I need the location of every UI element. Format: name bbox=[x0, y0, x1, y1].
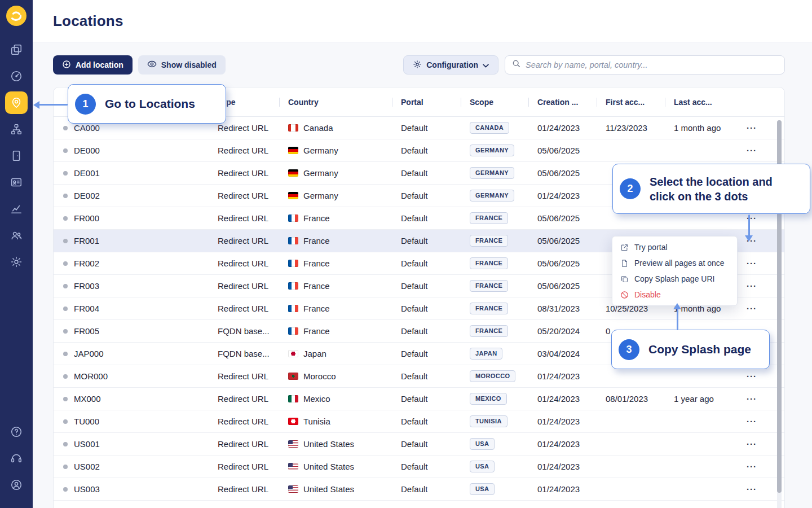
portal-name: Default bbox=[392, 281, 461, 291]
sidebar-item-users[interactable] bbox=[5, 224, 28, 247]
menu-item-label: Try portal bbox=[634, 243, 668, 252]
menu-item-label: Copy Splash page URI bbox=[634, 274, 714, 283]
scope-badge: GERMANY bbox=[470, 190, 514, 201]
country-flag-icon bbox=[288, 305, 298, 312]
row-actions-button[interactable]: ··· bbox=[745, 144, 758, 157]
status-dot-icon bbox=[63, 352, 68, 356]
sidebar-item-locations[interactable] bbox=[5, 91, 28, 114]
search-box[interactable] bbox=[505, 55, 785, 75]
portal-name: Default bbox=[392, 259, 461, 268]
location-type: Redirect URL bbox=[209, 462, 279, 471]
configuration-button[interactable]: Configuration bbox=[403, 55, 498, 75]
column-header-first-access[interactable]: First acc... bbox=[597, 98, 665, 107]
portal-name: Default bbox=[392, 213, 461, 223]
sidebar-item-support[interactable] bbox=[5, 447, 28, 470]
sidebar-item-account[interactable] bbox=[5, 474, 28, 496]
portal-name: Default bbox=[392, 236, 461, 246]
status-dot-icon bbox=[63, 148, 68, 153]
scope-badge: FRANCE bbox=[470, 257, 508, 269]
row-actions-button[interactable]: ··· bbox=[745, 279, 758, 292]
country-name: Mexico bbox=[303, 394, 330, 404]
app-logo-icon[interactable] bbox=[6, 6, 27, 26]
column-header-scope[interactable]: Scope bbox=[461, 98, 528, 107]
creation-date: 05/06/2025 bbox=[528, 259, 597, 268]
location-type: Redirect URL bbox=[209, 191, 279, 200]
arrow-to-row-actions-head bbox=[745, 235, 753, 242]
row-actions-button[interactable]: ··· bbox=[745, 392, 758, 405]
page-icon bbox=[620, 259, 629, 268]
location-type: Redirect URL bbox=[209, 213, 279, 223]
country-name: Germany bbox=[303, 146, 338, 155]
table-row[interactable]: US003Redirect URLUnited StatesDefaultUSA… bbox=[54, 478, 784, 501]
sidebar-item-dashboard[interactable] bbox=[5, 65, 28, 87]
row-actions-button[interactable]: ··· bbox=[745, 483, 758, 496]
sidebar-item-analytics[interactable] bbox=[5, 198, 28, 220]
row-actions-button[interactable]: ··· bbox=[745, 460, 758, 473]
last-access-date: 1 year ago bbox=[665, 394, 732, 404]
add-location-button[interactable]: Add location bbox=[53, 55, 133, 75]
status-dot-icon bbox=[63, 216, 68, 221]
column-header-portal[interactable]: Portal bbox=[392, 98, 461, 107]
table-row[interactable]: DE000Redirect URLGermanyDefaultGERMANY05… bbox=[54, 139, 784, 162]
step-number-badge: 1 bbox=[75, 94, 96, 115]
country-flag-icon bbox=[288, 395, 298, 402]
sidebar-item-help[interactable] bbox=[5, 421, 28, 443]
portal-name: Default bbox=[392, 123, 461, 133]
location-type: FQDN base... bbox=[209, 326, 279, 336]
country-flag-icon bbox=[288, 327, 298, 335]
sidebar-item-settings[interactable] bbox=[5, 251, 28, 273]
row-actions-button[interactable]: ··· bbox=[745, 121, 758, 134]
sidebar-item-portal[interactable] bbox=[5, 144, 28, 167]
location-type: Redirect URL bbox=[209, 168, 279, 178]
external-link-icon bbox=[620, 243, 629, 252]
portal-name: Default bbox=[392, 146, 461, 155]
location-type: Redirect URL bbox=[209, 439, 279, 449]
location-type: FQDN base... bbox=[209, 349, 279, 358]
step-number-badge: 2 bbox=[620, 178, 641, 199]
show-disabled-button[interactable]: Show disabled bbox=[138, 55, 226, 75]
country-name: United States bbox=[303, 462, 354, 471]
headset-icon bbox=[10, 452, 23, 465]
configuration-label: Configuration bbox=[426, 60, 478, 69]
creation-date: 01/24/2023 bbox=[528, 484, 597, 494]
status-dot-icon bbox=[63, 126, 68, 130]
row-actions-button[interactable]: ··· bbox=[745, 370, 758, 383]
row-actions-button[interactable]: ··· bbox=[745, 257, 758, 270]
menu-item-try-portal[interactable]: Try portal bbox=[612, 239, 737, 255]
sidebar-item-pages[interactable] bbox=[5, 38, 28, 61]
row-actions-button[interactable]: ··· bbox=[745, 302, 758, 315]
creation-date: 01/24/2023 bbox=[528, 371, 597, 381]
dashboard-icon bbox=[10, 70, 23, 82]
row-actions-button[interactable]: ··· bbox=[745, 415, 758, 428]
menu-item-copy-splash-uri[interactable]: Copy Splash page URI bbox=[612, 271, 737, 287]
portal-name: Default bbox=[392, 417, 461, 426]
column-header-country[interactable]: Country bbox=[279, 98, 392, 107]
scope-badge: MEXICO bbox=[470, 393, 507, 404]
menu-item-preview-all-pages[interactable]: Preview all pages at once bbox=[612, 255, 737, 271]
location-name: FR004 bbox=[74, 304, 99, 313]
table-row[interactable]: MX000Redirect URLMexicoDefaultMEXICO01/2… bbox=[54, 388, 784, 410]
scope-badge: JAPAN bbox=[470, 348, 502, 359]
sidebar-item-contacts[interactable] bbox=[5, 171, 28, 194]
table-row[interactable]: US002Redirect URLUnited StatesDefaultUSA… bbox=[54, 456, 784, 478]
column-header-last-access[interactable]: Last acc... bbox=[665, 98, 732, 107]
country-flag-icon bbox=[288, 260, 298, 267]
copy-icon bbox=[620, 275, 629, 283]
country-name: France bbox=[303, 326, 330, 336]
status-dot-icon bbox=[63, 194, 68, 198]
column-header-creation[interactable]: Creation ... bbox=[528, 98, 597, 107]
menu-item-disable[interactable]: Disable bbox=[612, 287, 737, 303]
table-row[interactable]: TU000Redirect URLTunisiaDefaultTUNISIA01… bbox=[54, 410, 784, 433]
search-input[interactable] bbox=[526, 60, 778, 69]
location-name: FR005 bbox=[74, 326, 99, 336]
search-icon bbox=[512, 59, 521, 71]
sidebar-item-network[interactable] bbox=[5, 118, 28, 141]
callout-text: Select the location and click on the 3 d… bbox=[650, 174, 796, 204]
analytics-icon bbox=[10, 203, 23, 215]
row-actions-button[interactable]: ··· bbox=[745, 437, 758, 450]
location-type: Redirect URL bbox=[209, 123, 279, 133]
toolbar: Add location Show disabled bbox=[53, 55, 785, 75]
contacts-icon bbox=[10, 176, 23, 189]
country-name: France bbox=[303, 259, 330, 268]
table-row[interactable]: US001Redirect URLUnited StatesDefaultUSA… bbox=[54, 433, 784, 456]
